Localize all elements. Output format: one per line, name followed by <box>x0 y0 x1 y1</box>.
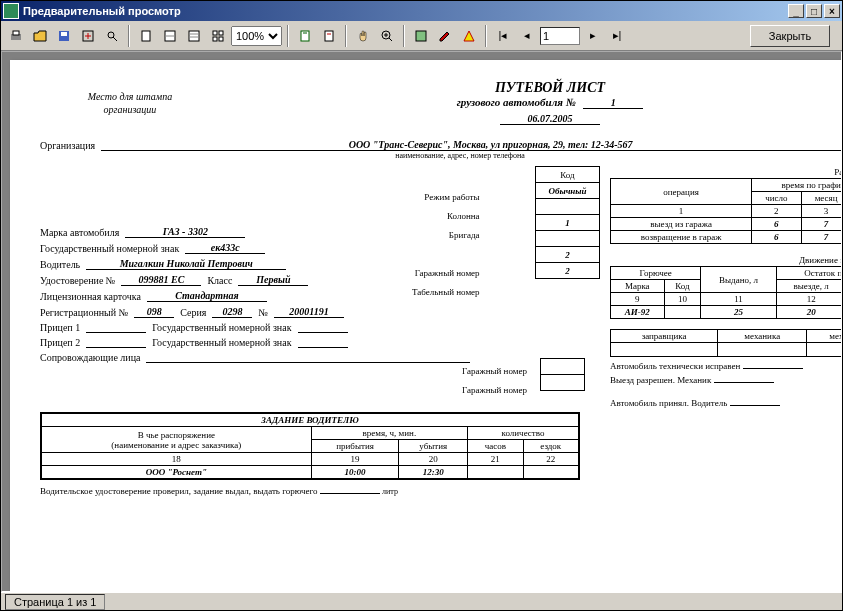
open-button[interactable] <box>29 25 51 47</box>
num-value: 20001191 <box>274 306 344 318</box>
doc-subtitle: грузового автомобиля № <box>457 96 576 108</box>
series-value: 0298 <box>212 306 252 318</box>
class-label: Класс <box>207 275 232 286</box>
doc-title: ПУТЕВОЙ ЛИСТ <box>220 80 842 96</box>
mode-label: Режим работы <box>412 188 480 207</box>
page-status: Страница 1 из 1 <box>5 594 105 610</box>
reg-num: 098 <box>134 306 174 318</box>
svg-rect-7 <box>142 31 150 41</box>
export-button[interactable] <box>77 25 99 47</box>
gosnum-value: ек433с <box>185 242 265 254</box>
fuel-table: Движение горючего Горючее Выдано, л Оста… <box>610 254 842 319</box>
svg-rect-3 <box>61 32 67 36</box>
page-setup-button[interactable] <box>318 25 340 47</box>
svg-rect-13 <box>213 31 217 35</box>
code-table: Код Обычный 1 2 2 <box>535 166 600 279</box>
work-schedule-table: Работа вод операция время по графику чис… <box>610 166 842 244</box>
reg-label: Регистрационный № <box>40 307 128 318</box>
zoom-dropdown[interactable]: 100% <box>231 26 282 46</box>
trailer-garage-table <box>540 358 585 391</box>
next-page-button[interactable]: ▸ <box>582 25 604 47</box>
driver-value: Мигалкин Николай Петрович <box>86 258 286 270</box>
statusbar: Страница 1 из 1 <box>1 592 842 610</box>
org-value: ООО "Транс-Северис", Москва, ул пригорна… <box>101 139 842 151</box>
license-value: Стандартная <box>147 290 267 302</box>
app-icon <box>3 3 19 19</box>
doc-number: 1 <box>583 97 643 109</box>
minimize-button[interactable]: _ <box>788 4 804 18</box>
whole-page-button[interactable] <box>159 25 181 47</box>
first-page-button[interactable]: |◂ <box>492 25 514 47</box>
svg-line-6 <box>113 37 117 41</box>
fullscreen-button[interactable] <box>410 25 432 47</box>
save-button[interactable] <box>53 25 75 47</box>
org-caption: наименование, адрес, номер телефона <box>40 151 842 160</box>
svg-rect-10 <box>189 31 199 41</box>
signature-caption: подпись <box>610 385 842 394</box>
task-table: ЗАДАНИЕ ВОДИТЕЛЮ В чье распоряжение (наи… <box>40 412 580 480</box>
svg-rect-25 <box>416 31 426 41</box>
page-number-input[interactable] <box>540 27 580 45</box>
brand-label: Марка автомобиля <box>40 227 119 238</box>
close-window-button[interactable]: × <box>824 4 840 18</box>
multi-pages-button[interactable] <box>207 25 229 47</box>
tabel-label: Табельный номер <box>412 283 480 302</box>
window-title: Предварительный просмотр <box>23 5 786 17</box>
cert-label: Удостоверение № <box>40 275 115 286</box>
org-label: Организация <box>40 140 95 151</box>
svg-rect-16 <box>219 37 223 41</box>
trailer1-gos-label: Государственный номерной знак <box>152 322 291 333</box>
exit-allowed-note: Выезд разрешен. Механик <box>610 375 842 385</box>
find-button[interactable] <box>101 25 123 47</box>
car-accepted-note: Автомобиль принял. Водитель <box>610 398 842 408</box>
zoom-select[interactable]: 100% <box>231 26 282 46</box>
trailer1-label: Прицеп 1 <box>40 322 80 333</box>
num-label: № <box>258 307 268 318</box>
close-button[interactable]: Закрыть <box>750 25 830 47</box>
signatures-table: заправщикамеханикамехани <box>610 329 842 357</box>
svg-rect-14 <box>219 31 223 35</box>
toolbar: 100% |◂ ◂ ▸ ▸| Закрыть <box>1 21 842 51</box>
car-ok-note: Автомобиль технически исправен <box>610 361 842 371</box>
trailer2-garage-label: Гаражный номер <box>462 381 527 400</box>
titlebar: Предварительный просмотр _ □ × <box>1 1 842 21</box>
svg-rect-19 <box>325 31 333 41</box>
series-label: Серия <box>180 307 206 318</box>
driver-label: Водитель <box>40 259 80 270</box>
margins-button[interactable] <box>294 25 316 47</box>
edit-button[interactable] <box>434 25 456 47</box>
doc-date: 06.07.2005 <box>500 113 600 125</box>
class-value: Первый <box>238 274 308 286</box>
svg-rect-1 <box>13 31 19 35</box>
last-page-button[interactable]: ▸| <box>606 25 628 47</box>
svg-line-24 <box>389 38 392 41</box>
zoom-tool-button[interactable] <box>376 25 398 47</box>
prev-page-button[interactable]: ◂ <box>516 25 538 47</box>
warning-button[interactable] <box>458 25 480 47</box>
hand-tool-button[interactable] <box>352 25 374 47</box>
trailer2-gos-label: Государственный номерной знак <box>152 337 291 348</box>
document-page: Место для штампа организации ПУТЕВОЙ ЛИС… <box>10 60 842 592</box>
footer-note: Водительское удостоверение проверил, зад… <box>40 486 842 496</box>
maximize-button[interactable]: □ <box>806 4 822 18</box>
document-viewport[interactable]: Место для штампа организации ПУТЕВОЙ ЛИС… <box>1 51 842 592</box>
brand-value: ГАЗ - 3302 <box>125 226 245 238</box>
preview-window: Предварительный просмотр _ □ × 100% |◂ <box>0 0 843 611</box>
trailer2-label: Прицеп 2 <box>40 337 80 348</box>
gosnum-label: Государственный номерной знак <box>40 243 179 254</box>
brigade-label: Бригада <box>412 226 480 245</box>
accomp-label: Сопровождающие лица <box>40 352 140 363</box>
column-label: Колонна <box>412 207 480 226</box>
cert-value: 099881 ЕС <box>121 274 201 286</box>
page-width-button[interactable] <box>135 25 157 47</box>
trailer1-garage-label: Гаражный номер <box>462 362 527 381</box>
print-button[interactable] <box>5 25 27 47</box>
two-pages-button[interactable] <box>183 25 205 47</box>
stamp-placeholder: Место для штампа организации <box>40 80 220 125</box>
license-label: Лицензионная карточка <box>40 291 141 302</box>
garage-num-label: Гаражный номер <box>412 264 480 283</box>
svg-rect-15 <box>213 37 217 41</box>
